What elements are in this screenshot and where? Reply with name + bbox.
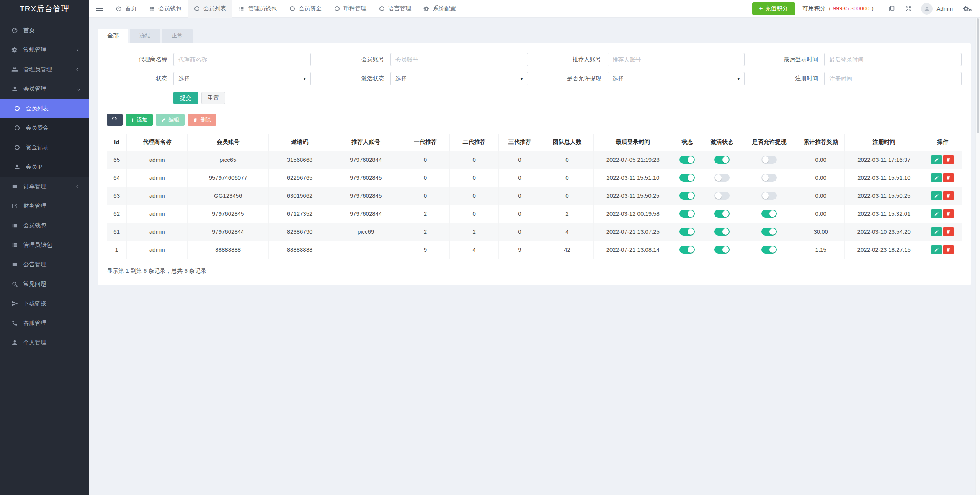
recharge-label: 充值积分	[765, 5, 788, 12]
filter-field: 最后登录时间	[758, 53, 962, 66]
tab-frozen[interactable]: 冻结	[130, 29, 160, 43]
status-toggle[interactable]	[679, 174, 695, 182]
sidebar-item-fund-records[interactable]: 资金记录	[0, 138, 89, 157]
activated-toggle[interactable]	[714, 174, 730, 182]
row-edit-button[interactable]	[931, 209, 942, 218]
withdraw-toggle[interactable]	[761, 174, 777, 182]
filter-input[interactable]	[390, 53, 528, 66]
username[interactable]: Admin	[936, 5, 953, 12]
filter-select[interactable]: 选择▾	[390, 72, 528, 85]
status-toggle[interactable]	[679, 246, 695, 254]
sidebar-item-member-list[interactable]: 会员列表	[0, 99, 89, 118]
withdraw-toggle[interactable]	[761, 192, 777, 200]
copy-icon[interactable]	[888, 5, 895, 12]
topnav-item-member-funds[interactable]: 会员资金	[283, 0, 328, 18]
cell-reward: 0.00	[797, 187, 845, 205]
user-icon	[11, 339, 18, 346]
topnav-item-label: 语言管理	[388, 5, 411, 12]
activated-toggle[interactable]	[714, 246, 730, 254]
pencil-icon	[934, 175, 939, 180]
sidebar-item-faq[interactable]: 常见问题	[0, 274, 89, 294]
sidebar-item-customer-service[interactable]: 客服管理	[0, 313, 89, 333]
hamburger-menu-icon[interactable]	[89, 0, 109, 18]
activated-toggle[interactable]	[714, 156, 730, 164]
delete-button[interactable]: 删除	[188, 114, 216, 126]
topnav-item-member-list[interactable]: 会员列表	[188, 0, 232, 18]
topnav-item-home[interactable]: 首页	[109, 0, 143, 18]
circle-icon	[194, 6, 200, 12]
sidebar-item-member-wallet[interactable]: 会员钱包	[0, 216, 89, 235]
topnav-item-label: 会员钱包	[158, 5, 181, 12]
refresh-button[interactable]	[107, 114, 122, 126]
activated-toggle[interactable]	[714, 192, 730, 200]
filter-field: 状态选择▾	[107, 72, 311, 85]
row-edit-button[interactable]	[931, 245, 942, 254]
sidebar-item-admin-manage[interactable]: 管理员管理	[0, 60, 89, 79]
edit-button[interactable]: 编辑	[156, 114, 185, 126]
topnav-item-member-wallet[interactable]: 会员钱包	[143, 0, 188, 18]
row-edit-button[interactable]	[931, 191, 942, 200]
circle-icon-shape	[15, 145, 20, 150]
status-toggle[interactable]	[679, 192, 695, 200]
cell-activated	[702, 187, 742, 205]
activated-toggle[interactable]	[714, 228, 730, 236]
submit-button[interactable]: 提交	[173, 92, 198, 104]
row-delete-button[interactable]	[943, 209, 954, 218]
recharge-points-button[interactable]: + 充值积分	[752, 2, 795, 15]
topnav-item-language-manage[interactable]: 语言管理	[372, 0, 417, 18]
cell-account: GG123456	[188, 187, 269, 205]
row-edit-button[interactable]	[931, 227, 942, 236]
cell-activated	[702, 223, 742, 241]
reset-button[interactable]: 重置	[201, 92, 225, 104]
cell-agent: admin	[127, 169, 188, 187]
sidebar-item-finance-manage[interactable]: 财务管理	[0, 196, 89, 216]
scrollbar-track[interactable]	[975, 18, 980, 495]
status-toggle[interactable]	[679, 210, 695, 218]
sidebar-item-label: 会员IP	[26, 163, 80, 171]
withdraw-toggle[interactable]	[761, 210, 777, 218]
filter-select[interactable]: 选择▾	[608, 72, 745, 85]
settings-cogs-icon[interactable]	[963, 5, 972, 12]
sidebar-item-member-manage[interactable]: 会员管理	[0, 79, 89, 99]
topnav-item-admin-wallet[interactable]: 管理员钱包	[232, 0, 283, 18]
sidebar-item-member-funds[interactable]: 会员资金	[0, 118, 89, 138]
withdraw-toggle[interactable]	[761, 228, 777, 236]
sidebar-item-admin-wallet[interactable]: 管理员钱包	[0, 235, 89, 255]
tab-normal[interactable]: 正常	[162, 29, 193, 43]
withdraw-toggle[interactable]	[761, 246, 777, 254]
sidebar-item-order-manage[interactable]: 订单管理	[0, 177, 89, 196]
scrollbar-thumb[interactable]	[977, 18, 979, 133]
sidebar-item-home[interactable]: 首页	[0, 21, 89, 40]
status-toggle[interactable]	[679, 156, 695, 164]
filter-input[interactable]	[824, 72, 962, 85]
sidebar-item-general-manage[interactable]: 常规管理	[0, 40, 89, 60]
wallet-icon	[11, 222, 18, 229]
tab-all[interactable]: 全部	[98, 29, 128, 43]
filter-input[interactable]	[824, 53, 962, 66]
status-toggle[interactable]	[679, 228, 695, 236]
avatar[interactable]	[921, 3, 933, 15]
row-delete-button[interactable]	[943, 155, 954, 164]
pencil-icon	[934, 193, 939, 198]
sidebar-item-download-links[interactable]: 下载链接	[0, 294, 89, 313]
filter-select[interactable]: 选择▾	[173, 72, 311, 85]
filter-input[interactable]	[608, 53, 745, 66]
add-button[interactable]: + 添加	[126, 114, 153, 126]
row-delete-button[interactable]	[943, 245, 954, 254]
row-edit-button[interactable]	[931, 173, 942, 182]
row-delete-button[interactable]	[943, 173, 954, 182]
fullscreen-icon[interactable]	[905, 5, 912, 12]
sidebar-item-announcement-manage[interactable]: 公告管理	[0, 255, 89, 274]
topnav-item-system-config[interactable]: 系统配置	[417, 0, 462, 18]
row-delete-button[interactable]	[943, 227, 954, 236]
sidebar-item-member-ip[interactable]: 会员IP	[0, 157, 89, 177]
row-edit-button[interactable]	[931, 155, 942, 164]
member-table: Id代理商名称会员账号邀请码推荐人账号一代推荐二代推荐三代推荐团队总人数最后登录…	[107, 134, 962, 259]
withdraw-toggle[interactable]	[761, 156, 777, 164]
column-header: Id	[107, 134, 127, 151]
filter-input[interactable]	[173, 53, 311, 66]
sidebar-item-profile-manage[interactable]: 个人管理	[0, 333, 89, 352]
activated-toggle[interactable]	[714, 210, 730, 218]
row-delete-button[interactable]	[943, 191, 954, 200]
topnav-item-currency-manage[interactable]: 币种管理	[328, 0, 372, 18]
